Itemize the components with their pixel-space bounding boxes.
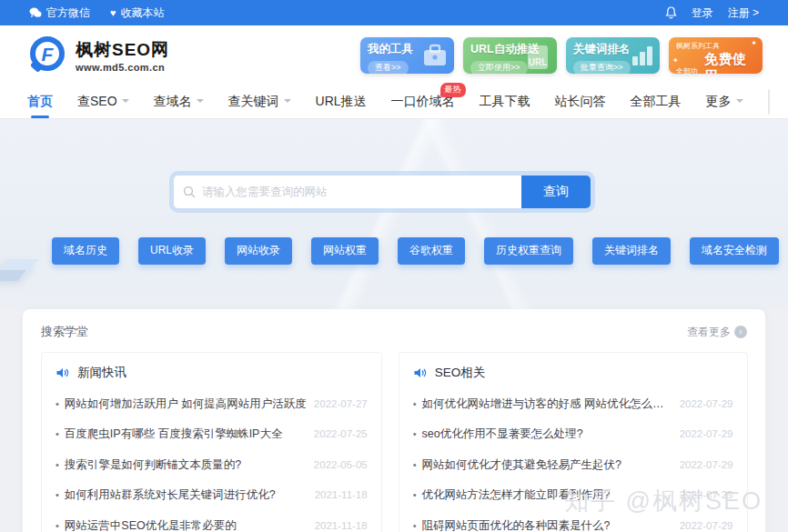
nav-webmaster-qa[interactable]: 站长问答 — [555, 94, 606, 110]
wechat-label: 官方微信 — [46, 5, 90, 21]
list-item[interactable]: 网站运营中SEO优化是非常必要的 2021-11-18 — [56, 518, 368, 532]
topbar: 官方微信 ♥ 收藏本站 登录 注册 > — [0, 0, 788, 25]
speaker-icon — [413, 366, 427, 379]
nav-all-tools[interactable]: 全部工具 — [631, 94, 682, 110]
site-query-input[interactable] — [202, 186, 521, 198]
card-title: 搜索学堂 — [41, 324, 88, 340]
promo-subtext: 枫树系列工具 — [676, 42, 755, 51]
quick-link-domain-history[interactable]: 域名历史 — [52, 237, 119, 265]
hero-section: 查询 域名历史 URL收录 网站收录 网站权重 谷歌权重 历史权重查询 关键词排… — [0, 119, 788, 310]
decorative-cube — [0, 254, 49, 290]
favorite-label: 收藏本站 — [121, 5, 165, 21]
news-panel: 新闻快讯 网站如何增加活跃用户 如何提高网站用户活跃度 2022-07-27 百… — [41, 352, 382, 532]
list-item[interactable]: seo优化作用不显著要怎么处理? 2022-07-29 — [413, 427, 733, 442]
keyword-rank-banner[interactable]: 关键词排名 批量查询>> — [566, 37, 660, 74]
query-button[interactable]: 查询 — [521, 176, 591, 208]
promo-subtext: 全部功能 — [676, 67, 702, 74]
quick-links-row: 域名历史 URL收录 网站收录 网站权重 谷歌权重 历史权重查询 关键词排名 域… — [52, 237, 788, 265]
chevron-down-icon — [197, 99, 204, 106]
nav-home[interactable]: 首页 — [27, 94, 53, 110]
list-item[interactable]: 网站如何增加活跃用户 如何提高网站用户活跃度 2022-07-27 — [56, 396, 368, 412]
nav-more[interactable]: 更多 — [706, 94, 743, 110]
view-more-link[interactable]: 查看更多 › — [687, 325, 747, 340]
bell-icon[interactable] — [665, 6, 677, 19]
quick-link-keyword-rank[interactable]: 关键词排名 — [592, 237, 671, 265]
promo-title: URL自动推送 — [470, 42, 550, 57]
favorite-link[interactable]: ♥ 收藏本站 — [110, 5, 165, 21]
promo-title: 我的工具 — [368, 42, 447, 57]
search-academy-card: 搜索学堂 查看更多 › 新闻快讯 网站如何增加活跃用户 如何提高网站用户活跃度 … — [23, 309, 765, 532]
chevron-down-icon — [736, 99, 743, 106]
nav-url-push[interactable]: URL推送 — [316, 94, 367, 110]
panel-title: 新闻快讯 — [77, 365, 126, 381]
promo-banners: 我的工具 查看>> URL自动推送 立即使用>> URL 关键词排名 批量查询>… — [360, 37, 763, 74]
quick-link-site-weight[interactable]: 网站权重 — [311, 237, 379, 265]
tool-search-box — [768, 89, 770, 115]
main-nav: 首页 查SEO 查域名 查关键词 URL推送 一口价域名 最热 工具下载 站长问… — [0, 85, 788, 119]
nav-seo[interactable]: 查SEO — [77, 94, 129, 110]
register-link[interactable]: 注册 > — [728, 5, 759, 21]
quick-link-site-included[interactable]: 网站收录 — [225, 237, 292, 265]
list-item[interactable]: 如何利用站群系统对长尾关键词进行优化? 2021-11-18 — [56, 487, 368, 503]
list-item[interactable]: 阻碍网站页面优化的各种因素是什么? 2022-07-29 — [413, 518, 733, 532]
nav-fixed-price-domain[interactable]: 一口价域名 最热 — [391, 94, 455, 110]
site-url: www.md5.com.cn — [76, 62, 169, 73]
nav-tool-download[interactable]: 工具下载 — [480, 94, 530, 110]
site-query-bar: 查询 — [174, 176, 591, 208]
quick-link-url-included[interactable]: URL收录 — [138, 237, 206, 265]
speaker-icon — [56, 366, 69, 379]
wechat-icon — [29, 7, 42, 18]
promo-action[interactable]: 查看>> — [368, 61, 409, 74]
quick-link-domain-safety[interactable]: 域名安全检测 — [690, 237, 779, 265]
login-link[interactable]: 登录 — [692, 5, 713, 21]
logo-magnifier-icon: F — [25, 35, 67, 76]
heart-icon: ♥ — [110, 7, 116, 18]
free-use-banner[interactable]: ✦ ✦ 枫树系列工具 全部功能 免费使用 点击查看>> — [669, 37, 763, 74]
sparkle-icon: ✦ — [672, 56, 679, 65]
promo-action[interactable]: 批量查询>> — [573, 61, 631, 74]
search-icon — [183, 186, 196, 198]
my-tools-banner[interactable]: 我的工具 查看>> — [360, 37, 454, 74]
quick-link-history-weight[interactable]: 历史权重查询 — [484, 237, 573, 265]
nav-keyword[interactable]: 查关键词 — [228, 94, 291, 110]
panel-title: SEO相关 — [435, 365, 486, 381]
chevron-down-icon — [122, 99, 129, 106]
list-item[interactable]: 网站如何优化才使其避免轻易产生起伏? 2022-07-29 — [413, 457, 733, 473]
promo-big-text: 免费使用 — [704, 51, 755, 74]
list-item[interactable]: 搜索引擎是如何判断锚文本质量的? 2022-05-05 — [56, 457, 368, 473]
header: F 枫树SEO网 www.md5.com.cn 我的工具 查看>> URL自动推… — [0, 25, 788, 85]
tool-search-input[interactable] — [769, 95, 770, 108]
arrow-right-icon: › — [734, 326, 747, 338]
svg-text:F: F — [42, 44, 55, 65]
hot-badge: 最热 — [440, 83, 466, 97]
site-logo[interactable]: F 枫树SEO网 www.md5.com.cn — [25, 35, 169, 76]
promo-action[interactable]: 立即使用>> — [470, 61, 528, 74]
promo-title: 关键词排名 — [573, 42, 652, 57]
list-item[interactable]: 优化网站方法怎样才能立即看到作用? 2022-07-29 — [413, 487, 733, 503]
site-name: 枫树SEO网 — [76, 38, 169, 62]
list-item[interactable]: 百度爬虫IP有哪些 百度搜索引擎蜘蛛IP大全 2022-07-25 — [56, 427, 368, 442]
quick-link-google-weight[interactable]: 谷歌权重 — [398, 237, 465, 265]
nav-domain[interactable]: 查域名 — [154, 94, 204, 110]
svg-text:URL: URL — [529, 57, 548, 67]
list-item[interactable]: 如何优化网站增进与访客的好感 网站优化怎么做才能吸引访客浏览 2022-07-2… — [413, 396, 733, 412]
url-push-banner[interactable]: URL自动推送 立即使用>> URL — [463, 37, 557, 74]
chevron-down-icon — [284, 99, 291, 106]
wechat-link[interactable]: 官方微信 — [29, 5, 90, 21]
seo-panel: SEO相关 如何优化网站增进与访客的好感 网站优化怎么做才能吸引访客浏览 202… — [399, 352, 748, 532]
